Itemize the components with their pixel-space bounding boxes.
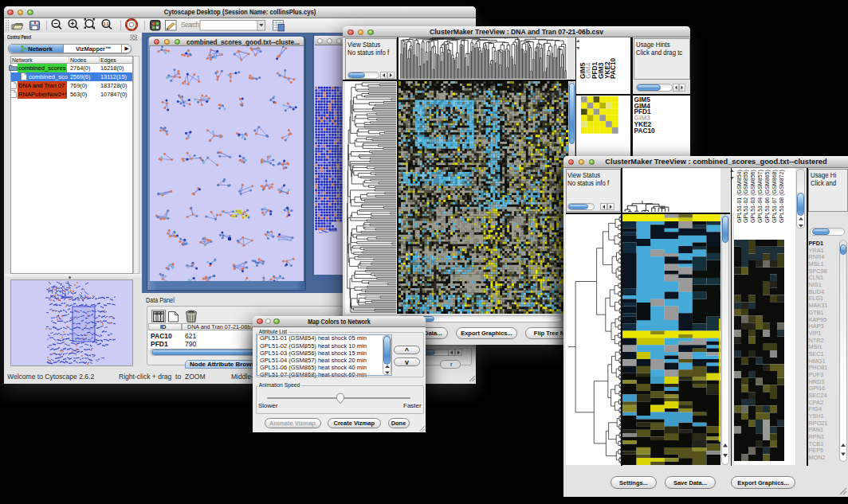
svg-text:1:1: 1:1 [103, 22, 108, 26]
svg-text:Search:: Search: [181, 21, 201, 29]
